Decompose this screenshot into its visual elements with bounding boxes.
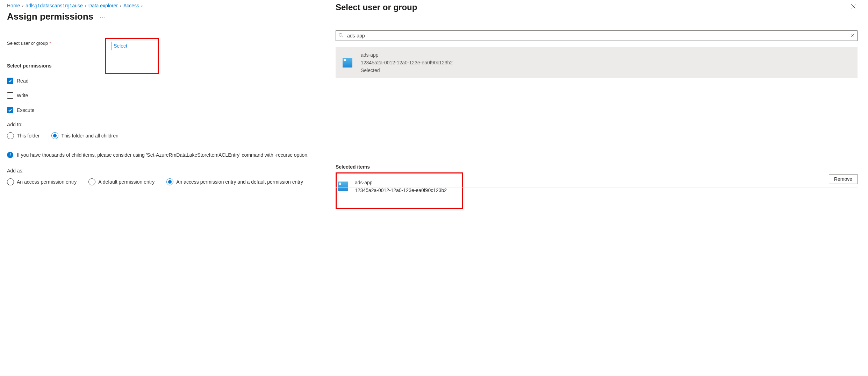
execute-label: Execute [17, 107, 35, 113]
result-name: ads-app [361, 52, 453, 58]
write-label: Write [17, 93, 28, 98]
remove-button[interactable]: Remove [829, 174, 858, 184]
breadcrumb-data-explorer[interactable]: Data explorer [88, 3, 118, 8]
close-panel-button[interactable] [849, 2, 858, 12]
add-as-access-label: An access permission entry [17, 179, 77, 185]
page-title: Assign permissions [7, 11, 93, 22]
selected-items-header: Selected items [336, 164, 858, 170]
breadcrumb: Home › adlsg1datascans1rg1ause › Data ex… [7, 3, 318, 8]
search-result-item[interactable]: ads-app 12345a2a-0012-12a0-123e-ea0f90c1… [336, 47, 858, 78]
result-id: 12345a2a-0012-12a0-123e-ea0f90c123b2 [361, 60, 453, 65]
add-as-access-radio[interactable] [7, 178, 14, 185]
breadcrumb-resource[interactable]: adlsg1datascans1rg1ause [26, 3, 83, 8]
read-label: Read [17, 78, 28, 84]
add-to-all-children-radio[interactable] [51, 132, 58, 139]
info-icon: i [7, 152, 13, 158]
divider [336, 187, 858, 187]
selected-item: ads-app 12345a2a-0012-12a0-123e-ea0f90c1… [338, 178, 456, 197]
chevron-right-icon: › [120, 3, 121, 8]
clear-search-button[interactable] [851, 33, 855, 38]
add-as-label: Add as: [7, 168, 318, 173]
select-user-panel: Select user or group ads-app 12345a2a-00… [325, 0, 868, 376]
add-as-default-radio[interactable] [88, 178, 95, 185]
select-user-highlight: Select [105, 38, 159, 74]
chevron-right-icon: › [141, 3, 143, 8]
chevron-right-icon: › [22, 3, 23, 8]
info-text: If you have thousands of child items, pl… [17, 152, 309, 158]
search-icon [338, 33, 343, 39]
selected-id: 12345a2a-0012-12a0-123e-ea0f90c123b2 [355, 187, 447, 193]
app-icon [338, 182, 348, 191]
breadcrumb-home[interactable]: Home [7, 3, 20, 8]
add-as-default-label: A default permission entry [98, 179, 155, 185]
result-status: Selected [361, 68, 453, 73]
svg-line-3 [342, 36, 343, 37]
app-icon [343, 58, 352, 68]
add-as-both-label: An access permission entry and a default… [176, 179, 303, 185]
select-permissions-header: Select permissions [7, 63, 318, 69]
assign-permissions-panel: Home › adlsg1datascans1rg1ause › Data ex… [0, 0, 325, 376]
add-to-this-folder-label: This folder [17, 133, 40, 139]
add-as-both-radio[interactable] [166, 178, 173, 185]
selected-item-highlight: ads-app 12345a2a-0012-12a0-123e-ea0f90c1… [336, 172, 463, 209]
close-icon [851, 33, 855, 37]
add-to-label: Add to: [7, 122, 318, 127]
chevron-right-icon: › [85, 3, 86, 8]
execute-checkbox[interactable] [7, 107, 13, 113]
write-checkbox[interactable] [7, 92, 13, 99]
selected-name: ads-app [355, 180, 447, 185]
panel-title: Select user or group [336, 2, 417, 12]
add-to-all-children-label: This folder and all children [61, 133, 118, 139]
close-icon [851, 3, 856, 9]
search-input[interactable] [336, 30, 858, 41]
read-checkbox[interactable] [7, 78, 13, 84]
more-actions-button[interactable]: ⋯ [100, 13, 106, 21]
select-user-label: Select user or group* [7, 38, 105, 46]
add-to-this-folder-radio[interactable] [7, 132, 14, 139]
breadcrumb-access[interactable]: Access [123, 3, 139, 8]
svg-point-2 [339, 33, 342, 36]
select-user-link[interactable]: Select [114, 43, 127, 49]
